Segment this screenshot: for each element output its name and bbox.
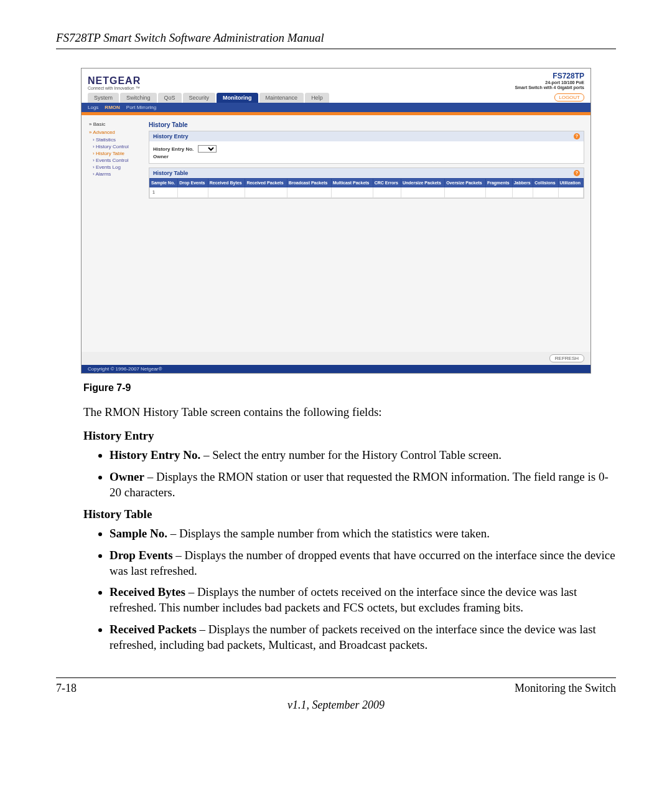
col-crc-errors: CRC Errors [373,178,401,187]
subtab-rmon[interactable]: RMON [105,105,119,110]
col-fragments: Fragments [485,178,512,187]
col-drop-events: Drop Events [178,178,208,187]
subtab-port-mirroring[interactable]: Port Mirroring [126,105,156,110]
list-item: Received Packets – Displays the number o… [110,622,616,653]
col-received-bytes: Received Bytes [208,178,245,187]
doc-version: v1.1, September 2009 [56,699,616,712]
history-data-table: Sample No. Drop Events Received Bytes Re… [149,178,584,198]
sidebar-item-events-log[interactable]: › Events Log [84,164,146,171]
owner-label: Owner [153,154,169,159]
history-entry-card: History Entry ? History Entry No. Owner [149,131,584,164]
list-item: Drop Events – Displays the number of dro… [110,548,616,578]
history-table-card: History Table ? Sample No. Drop Events R… [149,168,584,199]
history-entry-no-select[interactable] [198,145,217,153]
manual-header: FS728TP Smart Switch Software Administra… [56,31,616,49]
help-icon[interactable]: ? [574,170,580,176]
panel-title: History Table [149,121,584,128]
logout-button[interactable]: LOGOUT [554,93,584,101]
tab-security[interactable]: Security [183,93,216,103]
sidebar: » Basic » Advanced › Statistics › Histor… [82,115,149,352]
history-table-list: Sample No. – Displays the sample number … [93,526,616,653]
col-sample-no: Sample No. [150,178,178,187]
copyright-footer: Copyright © 1996-2007 Netgear® [82,365,590,373]
history-table-card-title: History Table [153,170,188,176]
history-entry-no-label: History Entry No. [153,146,194,152]
sidebar-item-statistics[interactable]: › Statistics [84,136,146,143]
col-collisions: Collisions [533,178,558,187]
tab-maintenance[interactable]: Maintenance [259,93,304,103]
subtab-logs[interactable]: Logs [88,105,98,110]
col-jabbers: Jabbers [512,178,533,187]
list-item: Received Bytes – Displays the number of … [110,585,616,615]
sidebar-basic[interactable]: » Basic [84,120,146,128]
embedded-screenshot: NETGEAR Connect with Innovation ™ FS728T… [81,68,591,374]
tab-system[interactable]: System [88,93,119,103]
list-item: Sample No. – Displays the sample number … [110,526,616,542]
sidebar-advanced[interactable]: » Advanced [84,128,146,136]
col-broadcast-packets: Broadcast Packets [287,178,331,187]
product-model: FS728TP [515,72,584,80]
product-desc-2: Smart Switch with 4 Gigabit ports [515,85,584,90]
brand-tagline: Connect with Innovation ™ [88,86,141,90]
sidebar-item-history-table[interactable]: › History Table [84,150,146,157]
product-desc-1: 24-port 10/100 PoE [515,80,584,85]
tab-qos[interactable]: QoS [158,93,182,103]
sidebar-item-events-control[interactable]: › Events Control [84,157,146,164]
table-row: 1 [150,187,584,197]
tab-help[interactable]: Help [305,93,329,103]
tab-monitoring[interactable]: Monitoring [217,93,258,103]
page-number: 7-18 [56,682,77,695]
footer-section-title: Monitoring the Switch [515,682,616,695]
history-entry-card-title: History Entry [153,133,189,139]
refresh-button[interactable]: REFRESH [549,354,584,362]
sidebar-item-history-control[interactable]: › History Control [84,143,146,150]
help-icon[interactable]: ? [574,133,580,139]
tab-switching[interactable]: Switching [120,93,157,103]
section-history-table: History Table [83,507,616,521]
col-utilization: Utilization [558,178,583,187]
figure-caption: Figure 7-9 [83,382,616,394]
col-multicast-packets: Multicast Packets [331,178,373,187]
cell-sample-no: 1 [150,187,178,197]
brand-logo: NETGEAR [88,76,141,86]
col-oversize-packets: Oversize Packets [445,178,486,187]
history-entry-list: History Entry No. – Select the entry num… [93,448,616,500]
col-undersize-packets: Undersize Packets [401,178,444,187]
list-item: Owner – Displays the RMON station or use… [110,470,616,500]
col-received-packets: Received Packets [245,178,287,187]
section-history-entry: History Entry [83,429,616,443]
list-item: History Entry No. – Select the entry num… [110,448,616,463]
sidebar-item-alarms[interactable]: › Alarms [84,171,146,177]
intro-paragraph: The RMON History Table screen contains t… [83,405,616,420]
